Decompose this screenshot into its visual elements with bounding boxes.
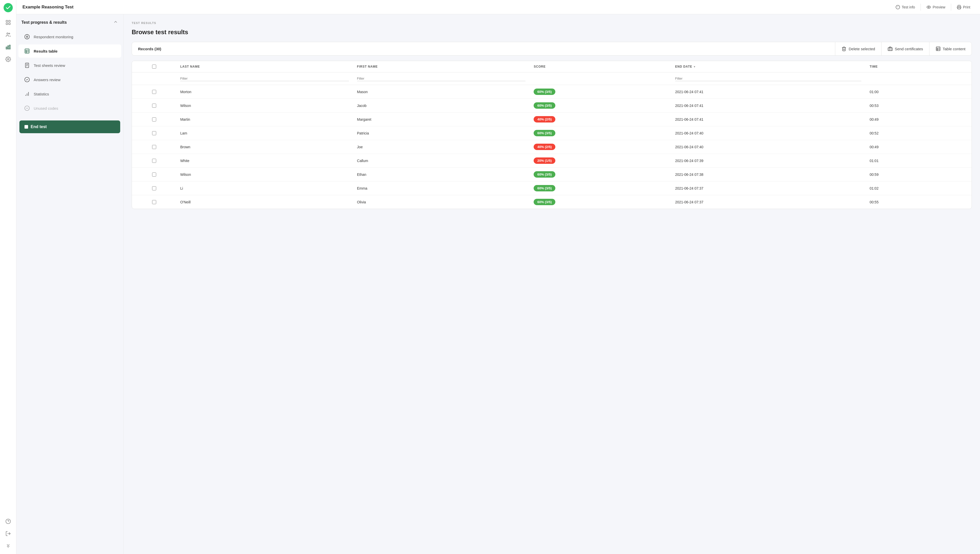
row-time-5: 01:01 bbox=[865, 154, 972, 168]
table-row: Morton Mason 60% (3/5) 2021-06-24 07:41 … bbox=[132, 85, 972, 99]
row-checkbox-6[interactable] bbox=[152, 172, 156, 177]
filter-lastname-input[interactable] bbox=[180, 76, 349, 81]
row-checkbox-2[interactable] bbox=[152, 118, 156, 121]
row-score-6: 60% (3/5) bbox=[530, 168, 671, 181]
row-checkbox-cell bbox=[132, 140, 176, 154]
svg-rect-8 bbox=[9, 45, 10, 49]
end-test-square-icon bbox=[24, 125, 28, 129]
row-lastname-7: Li bbox=[176, 181, 353, 195]
table-content-button[interactable]: Table content bbox=[929, 42, 972, 56]
statistics-icon bbox=[24, 90, 30, 97]
sidebar-item-results-table[interactable]: Results table bbox=[18, 45, 121, 58]
sidebar-collapse-chevron[interactable] bbox=[113, 19, 118, 25]
results-toolbar: Records (30) Delete selected Send certif… bbox=[132, 42, 972, 56]
sidebar-label-results-table: Results table bbox=[34, 49, 57, 53]
test-sheets-icon bbox=[24, 62, 30, 69]
print-button[interactable]: Print bbox=[953, 3, 974, 11]
col-header-check bbox=[132, 61, 176, 72]
row-checkbox-4[interactable] bbox=[152, 145, 156, 149]
grid-icon[interactable] bbox=[3, 18, 13, 27]
row-checkbox-cell bbox=[132, 195, 176, 209]
icon-bar bbox=[0, 0, 16, 554]
row-score-7: 60% (3/5) bbox=[530, 181, 671, 195]
sidebar-label-unused-codes: Unused codes bbox=[34, 106, 58, 110]
svg-rect-17 bbox=[958, 7, 960, 9]
row-enddate-5: 2021-06-24 07:39 bbox=[671, 154, 865, 168]
settings-icon[interactable] bbox=[3, 54, 13, 64]
results-table: LAST NAME FIRST NAME SCORE END DATE ▼ TI… bbox=[132, 61, 972, 209]
preview-button[interactable]: Preview bbox=[923, 3, 949, 11]
info-icon bbox=[896, 5, 900, 10]
row-checkbox-cell bbox=[132, 99, 176, 113]
score-badge-7: 60% (3/5) bbox=[534, 185, 555, 191]
delete-selected-button[interactable]: Delete selected bbox=[835, 42, 881, 56]
row-firstname-2: Margaret bbox=[353, 113, 530, 126]
row-checkbox-cell bbox=[132, 126, 176, 140]
sidebar-item-respondent-monitoring[interactable]: Respondent monitoring bbox=[18, 30, 121, 43]
help-icon[interactable] bbox=[3, 516, 13, 527]
svg-rect-36 bbox=[888, 48, 892, 51]
row-firstname-8: Olivia bbox=[353, 195, 530, 209]
page-title: Example Reasoning Test bbox=[22, 5, 73, 10]
row-checkbox-cell bbox=[132, 168, 176, 181]
score-badge-3: 60% (3/5) bbox=[534, 130, 555, 136]
end-test-button[interactable]: End test bbox=[19, 121, 120, 133]
row-lastname-8: O'Neill bbox=[176, 195, 353, 209]
sidebar-item-statistics[interactable]: Statistics bbox=[18, 87, 121, 100]
row-lastname-4: Brown bbox=[176, 140, 353, 154]
table-row: O'Neill Olivia 60% (3/5) 2021-06-24 07:3… bbox=[132, 195, 972, 209]
svg-rect-7 bbox=[8, 46, 9, 49]
test-info-button[interactable]: Test info bbox=[892, 3, 918, 11]
expand-icon[interactable] bbox=[3, 541, 13, 551]
select-all-checkbox[interactable] bbox=[152, 65, 156, 68]
results-table-wrap: LAST NAME FIRST NAME SCORE END DATE ▼ TI… bbox=[132, 61, 972, 209]
row-firstname-4: Joe bbox=[353, 140, 530, 154]
row-lastname-6: Wilson bbox=[176, 168, 353, 181]
content-area: Test progress & results Respondent mon bbox=[16, 14, 980, 554]
svg-point-19 bbox=[26, 36, 28, 38]
row-checkbox-cell bbox=[132, 181, 176, 195]
row-checkbox-5[interactable] bbox=[152, 159, 156, 163]
app-logo[interactable] bbox=[3, 3, 13, 12]
row-firstname-6: Ethan bbox=[353, 168, 530, 181]
filter-enddate-input[interactable] bbox=[675, 76, 862, 81]
filter-col-enddate bbox=[671, 72, 865, 85]
row-checkbox-1[interactable] bbox=[152, 103, 156, 108]
row-score-1: 60% (3/5) bbox=[530, 99, 671, 113]
header-actions: Test info Preview Print bbox=[892, 3, 974, 11]
records-count: Records (30) bbox=[132, 43, 835, 55]
row-enddate-3: 2021-06-24 07:40 bbox=[671, 126, 865, 140]
sidebar-item-unused-codes[interactable]: Unused codes bbox=[18, 102, 121, 115]
score-badge-8: 60% (3/5) bbox=[534, 199, 555, 205]
row-firstname-5: Callum bbox=[353, 154, 530, 168]
svg-point-9 bbox=[7, 59, 9, 60]
row-score-8: 60% (3/5) bbox=[530, 195, 671, 209]
sidebar: Test progress & results Respondent mon bbox=[16, 14, 124, 554]
svg-rect-3 bbox=[8, 23, 10, 24]
row-checkbox-3[interactable] bbox=[152, 131, 156, 135]
filter-firstname-input[interactable] bbox=[357, 76, 526, 81]
filter-col-time bbox=[865, 72, 972, 85]
sidebar-label-statistics: Statistics bbox=[34, 92, 49, 96]
sidebar-item-test-sheets-review[interactable]: Test sheets review bbox=[18, 59, 121, 72]
people-icon[interactable] bbox=[3, 30, 13, 40]
results-table-icon bbox=[24, 48, 30, 55]
row-firstname-1: Jacob bbox=[353, 99, 530, 113]
sidebar-item-answers-review[interactable]: Answers review bbox=[18, 73, 121, 86]
sidebar-section-title: Test progress & results bbox=[16, 19, 123, 30]
score-badge-6: 60% (3/5) bbox=[534, 171, 555, 178]
svg-rect-37 bbox=[936, 47, 940, 51]
row-checkbox-cell bbox=[132, 154, 176, 168]
row-enddate-7: 2021-06-24 07:37 bbox=[671, 181, 865, 195]
chart-icon[interactable] bbox=[3, 42, 13, 52]
row-checkbox-7[interactable] bbox=[152, 186, 156, 190]
sidebar-label-answers-review: Answers review bbox=[34, 78, 60, 82]
row-checkbox-8[interactable] bbox=[152, 200, 156, 204]
logout-icon[interactable] bbox=[3, 529, 13, 539]
row-checkbox-0[interactable] bbox=[152, 90, 156, 94]
svg-rect-2 bbox=[6, 23, 7, 24]
row-firstname-3: Patricia bbox=[353, 126, 530, 140]
send-certificates-button[interactable]: Send certificates bbox=[881, 42, 929, 56]
col-header-enddate[interactable]: END DATE ▼ bbox=[671, 61, 865, 72]
score-badge-4: 40% (2/5) bbox=[534, 144, 555, 150]
